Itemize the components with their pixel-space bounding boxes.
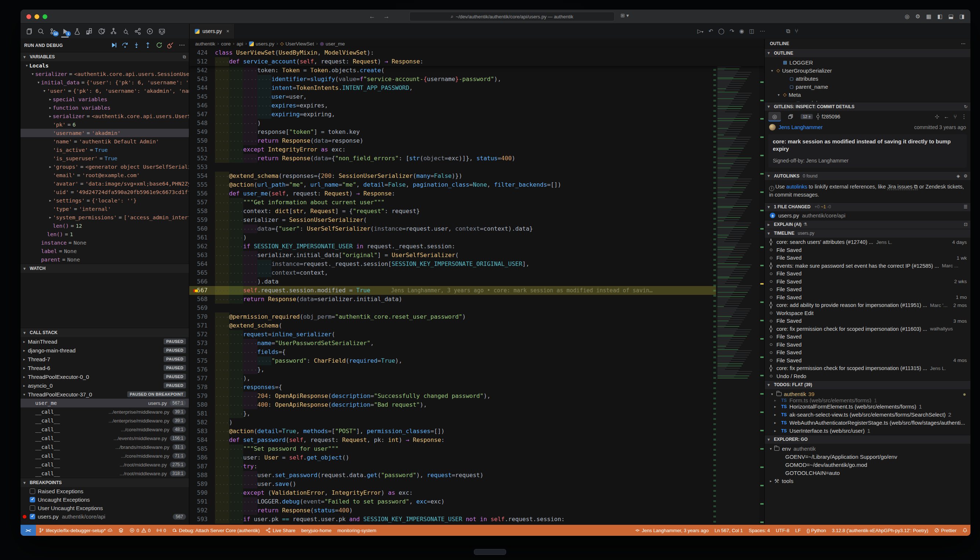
code-line-548[interactable]: 548) <box>189 119 764 128</box>
outline-item[interactable]: ▾◇Meta <box>765 91 970 98</box>
code-line-561[interactable]: 561) <box>189 233 764 242</box>
toggle-panel-icon[interactable]: ⬓ <box>948 13 953 20</box>
activity-files-icon[interactable] <box>24 26 33 36</box>
statusbar-monitoring-system[interactable]: monitoring-system <box>335 525 379 536</box>
stack-frame-row[interactable]: user_meusers.py567:1 <box>20 398 189 407</box>
thread-row[interactable]: ▸Thread-7PAUSED <box>20 355 189 363</box>
statusbar-live-share[interactable]: Live Share <box>263 525 298 536</box>
toggle-right-sidebar-icon[interactable]: ◨ <box>960 13 965 20</box>
code-line-584[interactable]: 584def set_password(self, request: Reque… <box>189 436 764 445</box>
code-line-552[interactable]: 552return Response(data={"non_field_erro… <box>189 154 764 163</box>
breadcrumb-item[interactable]: ◎ user_me <box>320 41 345 47</box>
variable-row[interactable]: 'uid'='49d24724dfa590a20fb5961e9c6673cd1… <box>20 188 189 196</box>
code-line-566[interactable]: 566).data <box>189 277 764 286</box>
outline-item[interactable]: ▢parent_name <box>765 83 970 91</box>
command-center-search[interactable]: ⌕ ~/dev/authentik/authentik/core/api/use… <box>409 12 615 21</box>
statusbar-indentation[interactable]: Spaces: 4 <box>746 528 773 533</box>
layout-control[interactable]: ⊞▾ <box>620 12 629 18</box>
minimap[interactable] <box>716 48 759 525</box>
activity-search-icon[interactable] <box>36 26 45 36</box>
thread-row[interactable]: ▸ThreadPoolExecutor-0_0PAUSED <box>20 372 189 381</box>
code-line-560[interactable]: 560data={"user": UserSelfSerializer(inst… <box>189 225 764 233</box>
overview-ruler[interactable] <box>759 48 764 525</box>
code-line-549[interactable]: 549response["token"] = token.key <box>189 128 764 137</box>
pin-panel-icon[interactable]: ⊡ <box>964 222 968 227</box>
timeline-item[interactable]: Workspace Edit <box>765 309 970 317</box>
variable-row[interactable]: ▸'groups'=<generator object UserSelfSeri… <box>20 162 189 171</box>
breakpoint-row[interactable]: User Uncaught Exceptions <box>20 504 189 512</box>
timeline-section-header[interactable]: ▾TIMELINE users.py <box>765 229 970 238</box>
timeline-item[interactable]: File Saved1 mo <box>765 293 970 302</box>
toggle-left-sidebar-icon[interactable]: ◧ <box>937 13 942 20</box>
timeline-item[interactable]: File Saved1 wk <box>765 254 970 262</box>
code-line-553[interactable]: 553 <box>189 163 764 172</box>
code-line-550[interactable]: 550return Response(data=response) <box>189 137 764 145</box>
history-back-button[interactable]: ← <box>369 13 375 20</box>
watch-section-header[interactable]: ▾ WATCH <box>20 264 189 273</box>
todos-section-header[interactable]: ▾TODOS: FLAT (39) <box>765 380 970 389</box>
changed-file-row[interactable]: ± users.py authentik/core/api <box>765 211 970 220</box>
code-line-579[interactable]: 579204: OpenApiResponse(description="Suc… <box>189 392 764 400</box>
go-env-folder[interactable]: ▾envauthentik <box>765 445 970 453</box>
variable-row[interactable]: parent=None <box>20 255 189 264</box>
statusbar-prettier[interactable]: Prettier <box>931 528 960 533</box>
activity-extensions-icon[interactable] <box>85 26 93 36</box>
debug-more-button[interactable] <box>178 42 185 50</box>
variable-row[interactable]: ▾'user'={'pk': 6, 'username': 'akadmin',… <box>20 87 189 95</box>
variable-row[interactable]: 'type'='internal' <box>20 205 189 213</box>
autolink-add-icon[interactable]: ◈ <box>957 173 960 178</box>
variable-row[interactable]: ▸'settings'={'locale': ''} <box>20 196 189 205</box>
variable-row[interactable]: 'email'='root@example.com' <box>20 171 189 179</box>
breakpoint-checkbox[interactable] <box>30 488 35 494</box>
commit-author-row[interactable]: Jens Langhammer committed 3 years ago <box>765 122 970 132</box>
graph-icon[interactable]: ⑂ <box>953 113 957 120</box>
jira-issues-link[interactable]: Jira issues ⧉ <box>887 184 918 190</box>
more-actions-icon[interactable]: ⋯ <box>961 41 965 46</box>
statusbar-cursor-position[interactable]: Ln 567, Col 1 <box>712 528 746 533</box>
variable-row[interactable]: ▸function variables <box>20 103 189 112</box>
kebab-icon[interactable]: ⋮ <box>961 113 967 120</box>
statusbar-blame[interactable]: Jens Langhammer, 3 years ago <box>632 528 712 533</box>
statusbar-beryjuio-home[interactable]: beryjuio-home <box>298 525 335 536</box>
gear-icon[interactable]: ⚙ <box>915 13 920 20</box>
code-line-512[interactable]: 512def service_account(self, request: Re… <box>189 57 764 66</box>
explain-ai-section-header[interactable]: ▸EXPLAIN (AI) ⚗ ⊡ <box>765 220 970 229</box>
statusbar-git-branch[interactable]: lifecycle/fix-debugger-setup* <box>36 525 115 536</box>
code-line-557[interactable]: 557"""Get information about current user… <box>189 198 764 207</box>
back-icon[interactable]: ← <box>944 113 949 120</box>
statusbar-gitlens-mode[interactable] <box>115 525 127 536</box>
timeline-item[interactable]: events: make sure password set event has… <box>765 262 970 270</box>
outline-section-header[interactable]: ▾OUTLINE <box>765 48 970 57</box>
code-line-571[interactable]: 571@extend_schema( <box>189 321 764 330</box>
variable-row[interactable]: 'username'='akadmin' <box>20 129 189 137</box>
timeline-item[interactable]: core: add ability to provide reason for … <box>765 302 970 310</box>
todo-file-item[interactable]: ▸TSHorizontalFormElement.ts (web/src/ele… <box>765 403 970 411</box>
statusbar-eol[interactable]: LF <box>792 528 803 533</box>
code-line-546[interactable]: 546expires=expires, <box>189 101 764 110</box>
remote-indicator[interactable]: >< <box>20 525 36 536</box>
thread-row[interactable]: ▸django-main-threadPAUSED <box>20 346 189 355</box>
breadcrumb[interactable]: authentik›core›api› users.py›◇ UserViewS… <box>189 39 764 48</box>
outline-item[interactable]: ▢model <box>765 98 970 102</box>
author-name[interactable]: Jens Langhammer <box>778 124 823 130</box>
code-line-569[interactable]: 569 <box>189 304 764 312</box>
code-line-547[interactable]: 547expiring=expiring, <box>189 110 764 119</box>
stack-frame-row[interactable]: __call__.../core/middleware.py71:1 <box>20 452 189 460</box>
code-line-545[interactable]: 545user=user, <box>189 92 764 101</box>
code-line-558[interactable]: 558context: dict[str, Request] = {"reque… <box>189 207 764 216</box>
timeline-item[interactable]: File Saved4 mos <box>765 357 970 365</box>
todo-file-item[interactable]: ▸TSForm.ts (web/src/elements/forms)1 <box>765 398 970 403</box>
code-line-586[interactable]: 586user: User = self.get_object() <box>189 453 764 462</box>
code-line-424[interactable]: 424class UserViewSet(UsedByMixin, ModelV… <box>189 48 764 57</box>
call-stack-section-header[interactable]: ▾ CALL STACK <box>20 328 189 337</box>
code-line-564[interactable]: 564instance=request._request.session[SES… <box>189 260 764 268</box>
code-line-575[interactable]: 575"password": CharField(required=True), <box>189 357 764 365</box>
debug-step-out-button[interactable] <box>145 42 151 50</box>
code-line-554[interactable]: 554@extend_schema(responses={200: Sessio… <box>189 172 764 180</box>
account-icon[interactable]: ◎ <box>905 13 910 20</box>
go-env-var[interactable]: GOMOD=~/dev/authentik/go.mod <box>765 461 970 469</box>
code-line-590[interactable]: 590except (ValidationError, IntegrityErr… <box>189 488 764 497</box>
debug-step-into-button[interactable] <box>133 42 140 50</box>
gitlens-graph-icon[interactable]: ⑂ <box>794 28 798 35</box>
breadcrumb-item[interactable]: core <box>221 41 231 47</box>
